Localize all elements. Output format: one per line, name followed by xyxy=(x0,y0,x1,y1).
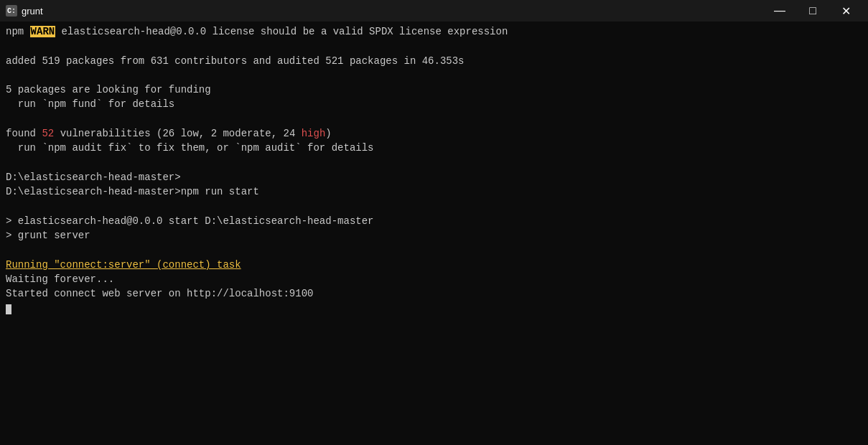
terminal-line xyxy=(6,68,862,83)
terminal-icon: C: xyxy=(6,5,17,17)
maximize-button[interactable]: □ xyxy=(796,0,829,22)
text-started: Started connect web server on http://loc… xyxy=(6,288,313,299)
terminal-line: D:\elasticsearch-head-master>npm run sta… xyxy=(6,184,862,199)
title-bar-left: C: grunt xyxy=(6,5,43,17)
terminal-cursor xyxy=(6,304,11,314)
text-grunt-server: > grunt server xyxy=(6,230,90,241)
text-found: found xyxy=(6,128,42,139)
text-audit-fix: run `npm audit fix` to fix them, or `npm… xyxy=(6,142,373,154)
window-title: grunt xyxy=(22,6,43,17)
terminal-line xyxy=(6,200,862,214)
text-npm: npm xyxy=(6,26,30,37)
terminal-line: > grunt server xyxy=(6,228,862,243)
text-prompt1: D:\elasticsearch-head-master> xyxy=(6,172,181,183)
text-waiting: Waiting forever... xyxy=(6,273,114,285)
terminal-line: run `npm audit fix` to fix them, or `npm… xyxy=(6,141,862,155)
text-warn-msg: elasticsearch-head@0.0.0 license should … xyxy=(55,26,508,37)
text-funding: 5 packages are looking for funding xyxy=(6,84,211,95)
terminal-line xyxy=(6,156,862,170)
text-fund-run: run `npm fund` for details xyxy=(6,98,174,110)
terminal-line xyxy=(6,112,862,126)
terminal-line: 5 packages are looking for funding xyxy=(6,83,862,97)
terminal-cursor-line xyxy=(6,301,862,316)
terminal-line: run `npm fund` for details xyxy=(6,97,862,111)
text-paren: ) xyxy=(325,128,331,139)
terminal-line: Waiting forever... xyxy=(6,272,862,286)
window: C: grunt — □ ✕ npm WARN elasticsearch-he… xyxy=(0,0,868,445)
text-vuln-count: 52 xyxy=(42,128,54,139)
text-high: high xyxy=(302,128,326,139)
terminal-body: npm WARN elasticsearch-head@0.0.0 licens… xyxy=(0,22,868,445)
terminal-line: Running "connect:server" (connect) task xyxy=(6,258,862,272)
terminal-line xyxy=(6,39,862,53)
terminal-line: npm WARN elasticsearch-head@0.0.0 licens… xyxy=(6,24,862,39)
terminal-line xyxy=(6,243,862,257)
text-script-start: > elasticsearch-head@0.0.0 start D:\elas… xyxy=(6,215,373,227)
terminal-line: added 519 packages from 631 contributors… xyxy=(6,54,862,68)
close-button[interactable]: ✕ xyxy=(829,0,862,22)
warn-badge: WARN xyxy=(30,26,56,37)
minimize-button[interactable]: — xyxy=(763,0,796,22)
text-added: added 519 packages from 631 contributors… xyxy=(6,55,465,67)
window-controls: — □ ✕ xyxy=(763,0,862,22)
text-cmd-npm-start: D:\elasticsearch-head-master>npm run sta… xyxy=(6,186,259,197)
text-vuln-mid: vulnerabilities (26 low, 2 moderate, 24 xyxy=(54,128,301,139)
terminal-line: > elasticsearch-head@0.0.0 start D:\elas… xyxy=(6,214,862,228)
terminal-line: Started connect web server on http://loc… xyxy=(6,286,862,301)
terminal-line: found 52 vulnerabilities (26 low, 2 mode… xyxy=(6,126,862,141)
text-running-task: Running "connect:server" (connect) task xyxy=(6,259,241,271)
terminal-line: D:\elasticsearch-head-master> xyxy=(6,170,862,184)
title-bar: C: grunt — □ ✕ xyxy=(0,0,868,22)
